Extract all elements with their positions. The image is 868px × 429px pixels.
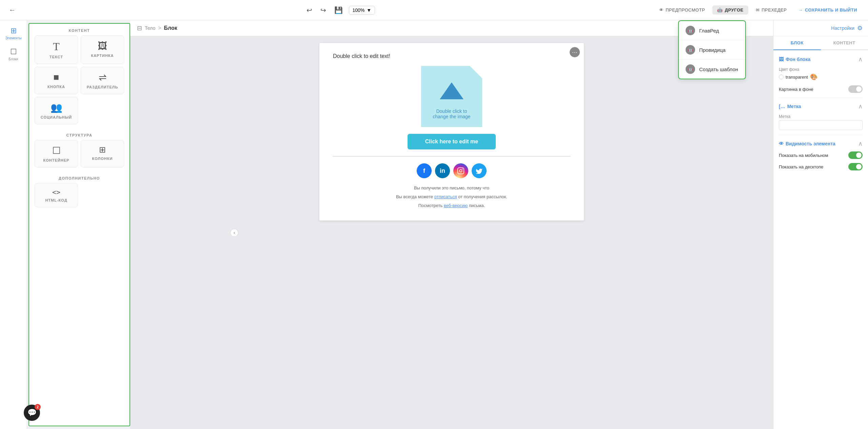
- redo-button[interactable]: ↪: [318, 4, 328, 16]
- preview-button[interactable]: 👁 ПРЕДПРОСМОТР: [655, 5, 709, 15]
- blocks-label: Блоки: [9, 57, 18, 61]
- divider-icon: ⇌: [99, 72, 106, 83]
- preview-icon: 👁: [659, 7, 664, 13]
- collapse-panel-button[interactable]: ‹: [230, 229, 238, 237]
- block-menu-button[interactable]: ⋯: [570, 47, 580, 57]
- section-divider-1: [779, 98, 863, 98]
- preheader-button[interactable]: ✉ ПРЕХЕДЕР: [752, 5, 791, 15]
- save-exit-button[interactable]: → СОХРАНИТЬ И ВЫЙТИ: [794, 5, 861, 15]
- breadcrumb-parent: Тело: [145, 25, 155, 31]
- preheader-icon: ✉: [756, 7, 760, 13]
- linkedin-icon[interactable]: in: [435, 163, 450, 178]
- show-desktop-toggle[interactable]: [848, 163, 863, 170]
- panel-item-button[interactable]: ■ КНОПКА: [35, 67, 78, 94]
- bg-image-label: Картинка в фоне: [779, 87, 813, 92]
- breadcrumb-bar: ⊟ Тело > Блок: [130, 20, 773, 36]
- save-icon-button[interactable]: 💾: [332, 4, 345, 16]
- color-circle[interactable]: [779, 75, 784, 79]
- dropdown-item-providitsa[interactable]: 🤖 Провидица: [679, 40, 745, 59]
- tab-content[interactable]: КОНТЕНТ: [821, 36, 868, 49]
- image-label: КАРТИНКА: [91, 54, 114, 58]
- bg-color-field: Цвет фона transparent 🎨: [779, 67, 863, 81]
- bg-color-label: Цвет фона: [779, 67, 863, 72]
- breadcrumb-separator: >: [158, 25, 161, 31]
- extra-panel-grid: <> HTML-КОД: [29, 183, 130, 211]
- structure-section-title: СТРУКТУРА: [29, 128, 130, 140]
- edit-me-button[interactable]: Click here to edit me: [408, 134, 496, 149]
- image-icon: 🖼: [98, 40, 107, 52]
- sidebar-item-elements[interactable]: ⊞ Элементы: [2, 24, 25, 43]
- other-icon: 🤖: [717, 7, 723, 13]
- show-mobile-label: Показать на мобильном: [779, 153, 828, 158]
- save-exit-arrow-icon: →: [798, 7, 803, 13]
- svg-rect-1: [458, 168, 464, 174]
- other-dropdown-menu: 🤖 ГлавРед 🤖 Провидица 🤖 Создать шаблон: [678, 20, 746, 79]
- visibility-collapse-icon[interactable]: ∧: [858, 140, 863, 147]
- zoom-value: 100%: [353, 7, 365, 13]
- facebook-icon[interactable]: f: [417, 163, 432, 178]
- chat-bubble[interactable]: 💬 2: [24, 405, 40, 421]
- block-bg-icon: 🖼: [779, 57, 784, 62]
- icon-sidebar: ⊞ Элементы ☐ Блоки: [0, 20, 27, 429]
- footer-line2: Вы всегда можете отписаться от получения…: [333, 192, 570, 201]
- columns-icon: ⊞: [99, 145, 106, 155]
- block-bg-collapse-icon[interactable]: ∧: [858, 56, 863, 63]
- settings-icon[interactable]: ⚙: [857, 24, 863, 32]
- image-placeholder[interactable]: Double click to change the image: [421, 66, 482, 127]
- extra-section-title: ДОПОЛНИТЕЛЬНО: [29, 171, 130, 183]
- html-label: HTML-КОД: [45, 198, 67, 202]
- text-label: ТЕКСТ: [50, 55, 63, 59]
- panel-item-container[interactable]: ☐ КОНТЕЙНЕР: [35, 140, 78, 167]
- zoom-select[interactable]: 100% ▼: [349, 6, 375, 15]
- panel-item-columns[interactable]: ⊞ КОЛОНКИ: [81, 140, 124, 167]
- panel-item-social[interactable]: 👥 СОЦИАЛЬНЫЙ: [35, 97, 78, 124]
- elements-icon: ⊞: [11, 26, 17, 35]
- divider: [333, 156, 570, 157]
- twitter-icon[interactable]: [472, 163, 487, 178]
- chat-icon: 💬: [27, 408, 37, 417]
- color-picker-icon[interactable]: 🎨: [810, 73, 817, 81]
- bg-image-toggle[interactable]: [848, 85, 863, 93]
- button-icon: ■: [54, 72, 59, 83]
- other-button[interactable]: 🤖 ДРУГОЕ: [712, 5, 748, 15]
- label-input[interactable]: [779, 120, 863, 130]
- dropdown-item-create-template[interactable]: 🤖 Создать шаблон: [679, 60, 745, 79]
- mountain-icon: [438, 81, 465, 106]
- panel-item-image[interactable]: 🖼 КАРТИНКА: [81, 35, 124, 64]
- canvas-area: ‹ ⋯ Double click to edit text!: [130, 36, 773, 429]
- undo-button[interactable]: ↩: [304, 4, 314, 16]
- structure-panel-grid: ☐ КОНТЕЙНЕР ⊞ КОЛОНКИ: [29, 140, 130, 171]
- dropdown-item-glavred[interactable]: 🤖 ГлавРед: [679, 21, 745, 40]
- panel-item-divider[interactable]: ⇌ РАЗДЕЛИТЕЛЬ: [81, 67, 124, 94]
- tab-block[interactable]: БЛОК: [773, 36, 821, 50]
- label-collapse-icon[interactable]: ∧: [858, 103, 863, 110]
- save-exit-label: СОХРАНИТЬ И ВЫЙТИ: [805, 7, 857, 13]
- svg-marker-0: [440, 82, 463, 99]
- settings-label[interactable]: Настройки: [831, 25, 854, 31]
- label-field: Метка: [779, 114, 863, 130]
- svg-point-2: [459, 169, 462, 172]
- container-label: КОНТЕЙНЕР: [43, 158, 70, 162]
- topbar: ← ↩ ↪ 💾 100% ▼ 👁 ПРЕДПРОСМОТР 🤖 ДРУГОЕ ✉…: [0, 0, 868, 20]
- email-canvas: ⋯ Double click to edit text! Double: [319, 43, 584, 221]
- unsubscribe-link[interactable]: отписаться: [434, 194, 457, 199]
- columns-label: КОЛОНКИ: [92, 157, 113, 161]
- show-mobile-row: Показать на мобильном: [779, 151, 863, 159]
- show-mobile-toggle[interactable]: [848, 151, 863, 159]
- block-bg-title: 🖼 Фон блока: [779, 57, 810, 62]
- right-panel-body: 🖼 Фон блока ∧ Цвет фона transparent 🎨 Ка…: [773, 50, 868, 429]
- sidebar-item-blocks[interactable]: ☐ Блоки: [2, 45, 25, 64]
- panel-item-text[interactable]: T ТЕКСТ: [35, 35, 78, 64]
- dropdown-item-create-template-label: Создать шаблон: [699, 66, 738, 72]
- footer-text: Вы получили это письмо, потому что Вы вс…: [333, 184, 570, 210]
- panel-item-html[interactable]: <> HTML-КОД: [35, 183, 78, 207]
- webversion-link[interactable]: веб-версию: [444, 203, 468, 208]
- back-button[interactable]: ←: [7, 4, 18, 16]
- elements-label: Элементы: [5, 36, 22, 40]
- image-bg: Double click to change the image: [421, 66, 482, 127]
- right-panel: Настройки ⚙ БЛОК КОНТЕНТ 🖼 Фон блока ∧ Ц…: [773, 20, 868, 429]
- show-desktop-label: Показать на десктопе: [779, 164, 823, 169]
- edit-text[interactable]: Double click to edit text!: [333, 53, 570, 59]
- bg-image-toggle-row: Картинка в фоне: [779, 85, 863, 93]
- instagram-icon[interactable]: [453, 163, 468, 178]
